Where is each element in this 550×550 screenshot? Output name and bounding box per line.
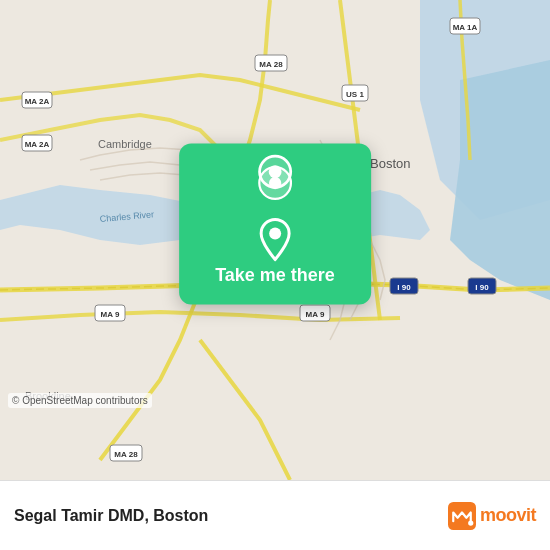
map-attribution: © OpenStreetMap contributors — [8, 393, 152, 408]
place-title: Segal Tamir DMD, Boston — [14, 507, 438, 525]
svg-text:I 90: I 90 — [397, 283, 411, 292]
take-me-there-card[interactable]: Take me there — [179, 143, 371, 304]
svg-text:MA 28: MA 28 — [114, 450, 138, 459]
map-view: Cambridge Boston Brookline Charles River… — [0, 0, 550, 480]
svg-point-31 — [468, 520, 473, 525]
cta-button-label: Take me there — [215, 265, 335, 286]
moovit-icon — [448, 502, 476, 530]
map-pin-icon — [257, 217, 293, 261]
svg-text:MA 1A: MA 1A — [453, 23, 478, 32]
svg-text:I 90: I 90 — [475, 283, 489, 292]
pin-icon — [255, 153, 295, 197]
svg-point-29 — [269, 227, 281, 239]
svg-text:MA 2A: MA 2A — [25, 97, 50, 106]
svg-text:MA 28: MA 28 — [259, 60, 283, 69]
moovit-brand-text: moovit — [480, 505, 536, 526]
svg-text:Cambridge: Cambridge — [98, 138, 152, 150]
moovit-logo: moovit — [448, 502, 536, 530]
svg-text:Boston: Boston — [370, 156, 410, 171]
svg-text:MA 9: MA 9 — [101, 310, 120, 319]
svg-text:US 1: US 1 — [346, 90, 364, 99]
bottom-info-bar: Segal Tamir DMD, Boston moovit — [0, 480, 550, 550]
svg-text:MA 9: MA 9 — [306, 310, 325, 319]
svg-text:MA 2A: MA 2A — [25, 140, 50, 149]
